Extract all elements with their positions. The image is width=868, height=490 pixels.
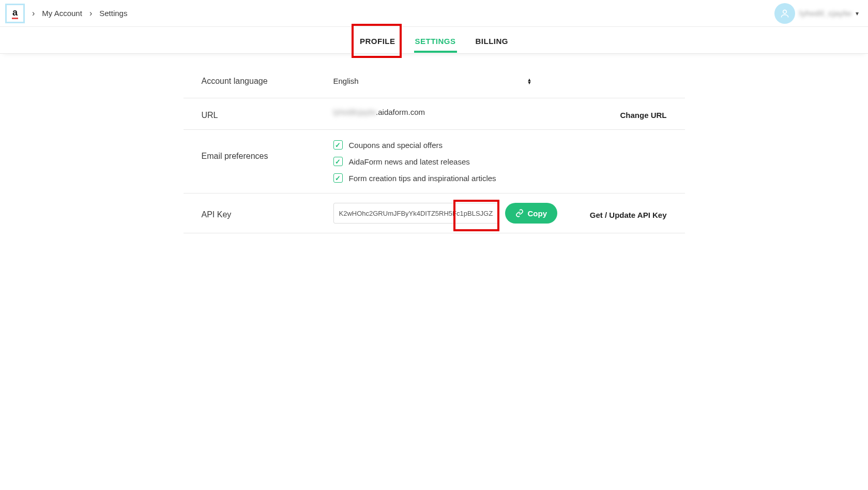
chevron-down-icon: ▾ — [856, 10, 859, 17]
checkbox-label: Coupons and special offers — [349, 141, 443, 150]
logo-underline — [12, 18, 18, 19]
label-url: URL — [184, 108, 333, 120]
checkbox-tips[interactable]: ✓ Form creation tips and inspirational a… — [333, 173, 496, 183]
settings-panel: Account language English ▲▼ URL lyhedilc… — [184, 54, 685, 233]
language-select[interactable]: English ▲▼ — [333, 73, 535, 88]
copy-button-label: Copy — [528, 209, 547, 218]
top-bar: a › My Account › Settings lyhedil_cjaylw… — [0, 0, 868, 27]
link-icon — [515, 209, 524, 217]
user-menu[interactable]: lyhedil_cjaylw ▾ — [774, 3, 859, 24]
checkbox-news[interactable]: ✓ AidaForm news and latest releases — [333, 157, 496, 166]
email-prefs-list: ✓ Coupons and special offers ✓ AidaForm … — [333, 139, 496, 184]
chevron-right-icon: › — [32, 9, 35, 18]
get-update-api-key-button[interactable]: Get / Update API Key — [566, 207, 685, 219]
user-display-name: lyhedil_cjaylw — [799, 9, 851, 18]
tab-profile[interactable]: PROFILE — [359, 29, 397, 51]
breadcrumb: a › My Account › Settings — [5, 4, 127, 23]
row-account-language: Account language English ▲▼ — [184, 69, 685, 98]
tab-billing[interactable]: BILLING — [475, 29, 510, 51]
user-icon — [780, 8, 790, 19]
label-email-preferences: Email preferences — [184, 139, 333, 161]
check-icon: ✓ — [333, 173, 343, 183]
tab-settings[interactable]: SETTINGS — [414, 29, 457, 51]
row-email-preferences: Email preferences ✓ Coupons and special … — [184, 130, 685, 194]
checkbox-label: Form creation tips and inspirational art… — [349, 174, 496, 183]
select-arrows-icon: ▲▼ — [527, 78, 532, 84]
row-url: URL lyhedilcjaylw.aidaform.com Change UR… — [184, 98, 685, 130]
checkbox-coupons[interactable]: ✓ Coupons and special offers — [333, 140, 496, 150]
language-select-value: English — [333, 73, 535, 88]
svg-point-0 — [783, 10, 787, 13]
api-key-input[interactable] — [333, 203, 499, 224]
logo-letter: a — [12, 8, 18, 17]
breadcrumb-settings[interactable]: Settings — [99, 9, 127, 18]
check-icon: ✓ — [333, 140, 343, 150]
row-language-action — [566, 73, 685, 77]
check-icon: ✓ — [333, 157, 343, 166]
checkbox-label: AidaForm news and latest releases — [349, 157, 470, 166]
chevron-right-icon: › — [89, 9, 92, 18]
label-api-key: API Key — [184, 207, 333, 219]
copy-button[interactable]: Copy — [505, 203, 558, 224]
url-domain: .aidaform.com — [376, 108, 425, 116]
change-url-button[interactable]: Change URL — [566, 108, 685, 120]
avatar — [774, 3, 795, 24]
breadcrumb-my-account[interactable]: My Account — [42, 9, 82, 18]
url-subdomain-blurred: lyhedilcjaylw — [333, 108, 376, 116]
tabs-bar: PROFILE SETTINGS BILLING — [0, 27, 868, 54]
row-api-key: API Key Copy Get / Update API Key — [184, 194, 685, 233]
logo[interactable]: a — [5, 4, 25, 23]
label-account-language: Account language — [184, 73, 333, 86]
row-email-action — [566, 139, 685, 142]
